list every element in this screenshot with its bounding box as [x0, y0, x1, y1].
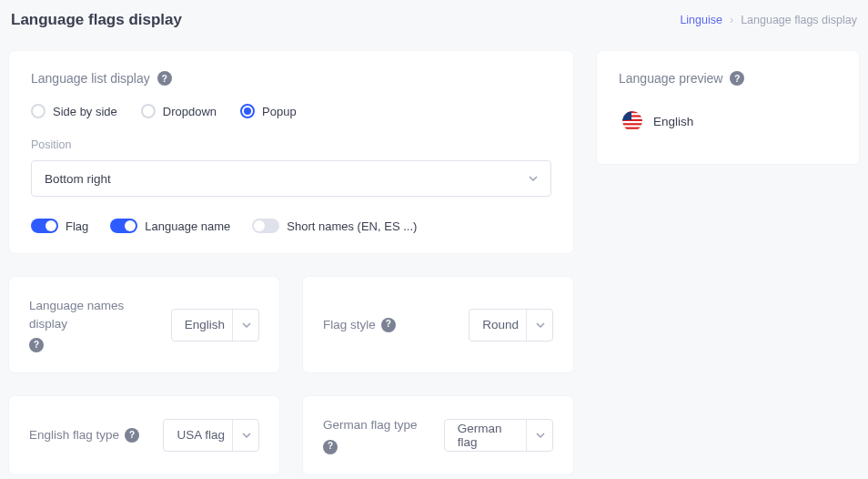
language-names-display-card: Language names display ? English [9, 277, 279, 372]
select-value: Round [482, 318, 519, 331]
select-value: Bottom right [45, 172, 111, 186]
chevron-down-icon [242, 431, 251, 440]
toggle-label: Short names (EN, ES ...) [287, 219, 417, 233]
flag-style-card: Flag style ? Round [303, 277, 573, 372]
mini-label-text: English flag type [29, 426, 119, 444]
chevron-down-icon [536, 431, 545, 440]
radio-popup[interactable]: Popup [240, 104, 297, 118]
section-title-list-display: Language list display [31, 71, 150, 86]
mini-label-text: Flag style [323, 316, 376, 334]
help-icon[interactable]: ? [730, 71, 744, 86]
preview-language-label: English [653, 115, 693, 128]
short-names-toggle[interactable] [252, 219, 279, 233]
radio-label: Popup [262, 105, 297, 118]
usa-flag-icon [622, 111, 642, 131]
flag-style-select[interactable]: Round [469, 309, 553, 341]
help-icon[interactable]: ? [157, 71, 172, 86]
svg-rect-5 [622, 123, 642, 125]
toggle-label: Flag [66, 219, 88, 233]
preview-language-row[interactable]: English [619, 104, 837, 138]
position-label: Position [31, 138, 551, 151]
language-preview-card: Language preview ? [597, 51, 859, 164]
radio-icon [240, 104, 255, 118]
breadcrumb-link-linguise[interactable]: Linguise [680, 14, 722, 26]
radio-dropdown[interactable]: Dropdown [141, 104, 217, 118]
language-name-toggle[interactable] [110, 219, 137, 233]
radio-label: Dropdown [163, 105, 217, 118]
chevron-right-icon: › [730, 14, 733, 26]
select-value: English [185, 318, 225, 331]
chevron-down-icon [536, 321, 545, 330]
radio-icon [31, 104, 45, 118]
toggle-label: Language name [145, 219, 230, 233]
chevron-down-icon [242, 321, 251, 330]
english-flag-type-card: English flag type ? USA flag [9, 396, 279, 474]
german-flag-type-select[interactable]: German flag [444, 419, 553, 452]
chevron-down-icon [529, 174, 538, 183]
language-list-display-card: Language list display ? Side by side Dro… [9, 51, 573, 253]
section-title-preview: Language preview [619, 71, 722, 86]
help-icon[interactable]: ? [381, 318, 396, 332]
language-names-display-select[interactable]: English [171, 309, 259, 341]
svg-rect-7 [622, 111, 631, 120]
svg-rect-6 [622, 127, 642, 129]
breadcrumb-current: Language flags display [741, 14, 857, 26]
breadcrumb: Linguise › Language flags display [680, 14, 857, 26]
display-mode-radio-group: Side by side Dropdown Popup [31, 104, 551, 118]
radio-label: Side by side [53, 105, 117, 118]
page-title: Language flags display [11, 11, 182, 29]
english-flag-type-select[interactable]: USA flag [163, 419, 259, 452]
radio-icon [141, 104, 156, 118]
help-icon[interactable]: ? [323, 440, 338, 454]
radio-side-by-side[interactable]: Side by side [31, 104, 117, 118]
mini-label-text: German flag type [323, 416, 418, 434]
position-select[interactable]: Bottom right [31, 160, 551, 197]
mini-label-text: Language names display [29, 297, 156, 332]
german-flag-type-card: German flag type ? German flag [303, 396, 573, 474]
help-icon[interactable]: ? [125, 428, 139, 443]
select-value: German flag [458, 422, 519, 449]
help-icon[interactable]: ? [29, 338, 44, 352]
svg-rect-2 [622, 111, 642, 113]
flag-toggle[interactable] [31, 219, 58, 233]
select-value: USA flag [177, 428, 225, 442]
